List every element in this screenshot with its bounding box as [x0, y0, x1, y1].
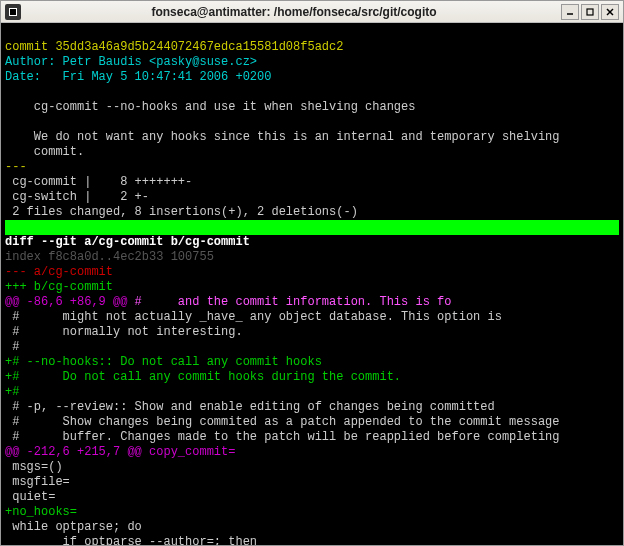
diff-context: # buffer. Changes made to the patch will…: [5, 430, 560, 444]
diff-context: # Show changes being commited as a patch…: [5, 415, 560, 429]
terminal-viewport[interactable]: commit 35dd3a46a9d5b244072467edca15581d0…: [1, 23, 623, 545]
commit-msg-line: commit.: [5, 145, 84, 159]
svg-rect-1: [10, 9, 16, 15]
close-button[interactable]: [601, 4, 619, 20]
window-controls: [561, 4, 619, 20]
titlebar[interactable]: fonseca@antimatter: /home/fonseca/src/gi…: [1, 1, 623, 23]
commit-hash: commit 35dd3a46a9d5b244072467edca15581d0…: [5, 40, 343, 54]
diff-newfile: +++ b/cg-commit: [5, 280, 113, 294]
diff-header: diff --git a/cg-commit b/cg-commit: [5, 235, 250, 249]
diff-context: quiet=: [5, 490, 55, 504]
app-icon: [5, 4, 21, 20]
diff-context: # might not actually _have_ any object d…: [5, 310, 502, 324]
diff-context: msgfile=: [5, 475, 70, 489]
svg-rect-3: [587, 9, 593, 15]
commit-date: Date: Fri May 5 10:47:41 2006 +0200: [5, 70, 271, 84]
diff-context: msgs=(): [5, 460, 63, 474]
commit-msg-line: cg-commit --no-hooks and use it when she…: [5, 100, 415, 114]
diff-context: while optparse; do: [5, 520, 142, 534]
diff-hunk-context: # and the commit information. This is fo: [127, 295, 451, 309]
diff-addition: +#: [5, 385, 19, 399]
diff-context: #: [5, 340, 19, 354]
diffstat-line: cg-switch | 2 +-: [5, 190, 149, 204]
diff-addition: +no_hooks=: [5, 505, 77, 519]
diff-context: # -p, --review:: Show and enable editing…: [5, 400, 495, 414]
diff-addition: +# Do not call any commit hooks during t…: [5, 370, 401, 384]
diff-context: # normally not interesting.: [5, 325, 243, 339]
diff-context: if optparse --author=; then: [5, 535, 257, 545]
minimize-button[interactable]: [561, 4, 579, 20]
diff-oldfile: --- a/cg-commit: [5, 265, 113, 279]
diff-index: index f8c8a0d..4ec2b33 100755: [5, 250, 214, 264]
commit-author: Author: Petr Baudis <pasky@suse.cz>: [5, 55, 257, 69]
diff-addition: +# --no-hooks:: Do not call any commit h…: [5, 355, 322, 369]
maximize-button[interactable]: [581, 4, 599, 20]
diff-hunk: @@ -212,6 +215,7 @@ copy_commit=: [5, 445, 235, 459]
diffstat-line: cg-commit | 8 +++++++-: [5, 175, 192, 189]
diff-hunk: @@ -86,6 +86,9 @@: [5, 295, 127, 309]
window-title: fonseca@antimatter: /home/fonseca/src/gi…: [27, 5, 561, 19]
diffstat-summary: 2 files changed, 8 insertions(+), 2 dele…: [5, 205, 358, 219]
commit-msg-line: We do not want any hooks since this is a…: [5, 130, 560, 144]
terminal-window: fonseca@antimatter: /home/fonseca/src/gi…: [0, 0, 624, 546]
cursor-bar: [5, 220, 619, 235]
commit-sep: ---: [5, 160, 27, 174]
